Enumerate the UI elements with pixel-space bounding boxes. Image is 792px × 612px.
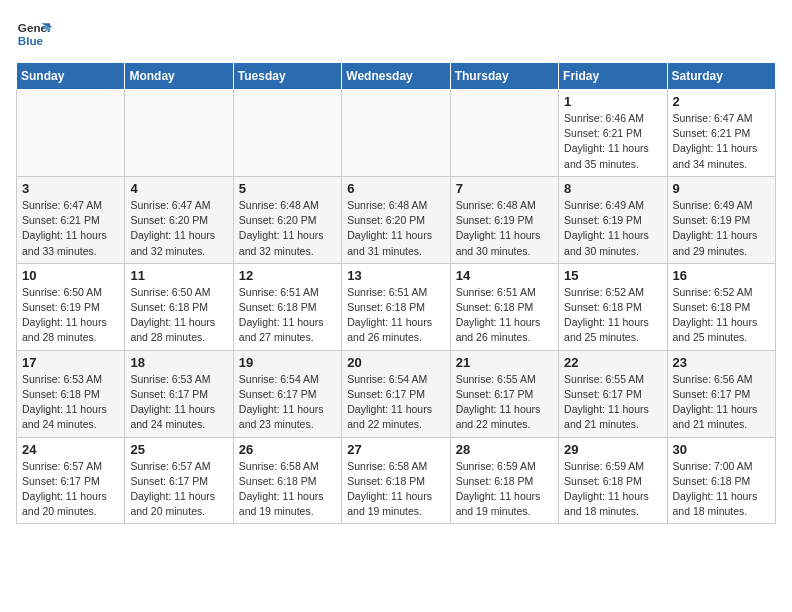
day-info: Sunrise: 6:49 AM Sunset: 6:19 PM Dayligh…	[564, 198, 661, 259]
day-info: Sunrise: 6:54 AM Sunset: 6:17 PM Dayligh…	[347, 372, 444, 433]
calendar-cell: 3Sunrise: 6:47 AM Sunset: 6:21 PM Daylig…	[17, 176, 125, 263]
day-info: Sunrise: 6:55 AM Sunset: 6:17 PM Dayligh…	[456, 372, 553, 433]
day-info: Sunrise: 6:52 AM Sunset: 6:18 PM Dayligh…	[564, 285, 661, 346]
calendar-cell: 29Sunrise: 6:59 AM Sunset: 6:18 PM Dayli…	[559, 437, 667, 524]
calendar-cell: 11Sunrise: 6:50 AM Sunset: 6:18 PM Dayli…	[125, 263, 233, 350]
calendar-cell: 13Sunrise: 6:51 AM Sunset: 6:18 PM Dayli…	[342, 263, 450, 350]
day-number: 20	[347, 355, 444, 370]
calendar-week-row: 3Sunrise: 6:47 AM Sunset: 6:21 PM Daylig…	[17, 176, 776, 263]
day-info: Sunrise: 6:51 AM Sunset: 6:18 PM Dayligh…	[456, 285, 553, 346]
day-number: 18	[130, 355, 227, 370]
header: General Blue	[16, 16, 776, 52]
weekday-header-wednesday: Wednesday	[342, 63, 450, 90]
calendar-cell: 20Sunrise: 6:54 AM Sunset: 6:17 PM Dayli…	[342, 350, 450, 437]
day-number: 10	[22, 268, 119, 283]
calendar-cell: 22Sunrise: 6:55 AM Sunset: 6:17 PM Dayli…	[559, 350, 667, 437]
day-info: Sunrise: 6:58 AM Sunset: 6:18 PM Dayligh…	[347, 459, 444, 520]
day-info: Sunrise: 6:58 AM Sunset: 6:18 PM Dayligh…	[239, 459, 336, 520]
calendar-week-row: 17Sunrise: 6:53 AM Sunset: 6:18 PM Dayli…	[17, 350, 776, 437]
day-info: Sunrise: 6:47 AM Sunset: 6:21 PM Dayligh…	[22, 198, 119, 259]
calendar-cell: 23Sunrise: 6:56 AM Sunset: 6:17 PM Dayli…	[667, 350, 775, 437]
day-number: 24	[22, 442, 119, 457]
calendar-cell: 5Sunrise: 6:48 AM Sunset: 6:20 PM Daylig…	[233, 176, 341, 263]
weekday-header-thursday: Thursday	[450, 63, 558, 90]
day-info: Sunrise: 6:53 AM Sunset: 6:18 PM Dayligh…	[22, 372, 119, 433]
calendar-cell: 28Sunrise: 6:59 AM Sunset: 6:18 PM Dayli…	[450, 437, 558, 524]
weekday-header-sunday: Sunday	[17, 63, 125, 90]
day-info: Sunrise: 6:59 AM Sunset: 6:18 PM Dayligh…	[456, 459, 553, 520]
day-info: Sunrise: 6:57 AM Sunset: 6:17 PM Dayligh…	[130, 459, 227, 520]
day-info: Sunrise: 6:50 AM Sunset: 6:19 PM Dayligh…	[22, 285, 119, 346]
calendar-header-row: SundayMondayTuesdayWednesdayThursdayFrid…	[17, 63, 776, 90]
day-number: 8	[564, 181, 661, 196]
calendar-cell: 18Sunrise: 6:53 AM Sunset: 6:17 PM Dayli…	[125, 350, 233, 437]
day-number: 3	[22, 181, 119, 196]
calendar-cell	[342, 90, 450, 177]
calendar-cell: 15Sunrise: 6:52 AM Sunset: 6:18 PM Dayli…	[559, 263, 667, 350]
day-number: 14	[456, 268, 553, 283]
calendar-cell: 7Sunrise: 6:48 AM Sunset: 6:19 PM Daylig…	[450, 176, 558, 263]
calendar-cell	[450, 90, 558, 177]
calendar-cell: 10Sunrise: 6:50 AM Sunset: 6:19 PM Dayli…	[17, 263, 125, 350]
day-number: 9	[673, 181, 770, 196]
day-info: Sunrise: 6:52 AM Sunset: 6:18 PM Dayligh…	[673, 285, 770, 346]
day-info: Sunrise: 6:47 AM Sunset: 6:20 PM Dayligh…	[130, 198, 227, 259]
day-number: 2	[673, 94, 770, 109]
calendar-cell: 8Sunrise: 6:49 AM Sunset: 6:19 PM Daylig…	[559, 176, 667, 263]
weekday-header-saturday: Saturday	[667, 63, 775, 90]
day-info: Sunrise: 6:50 AM Sunset: 6:18 PM Dayligh…	[130, 285, 227, 346]
day-number: 5	[239, 181, 336, 196]
day-number: 4	[130, 181, 227, 196]
day-info: Sunrise: 7:00 AM Sunset: 6:18 PM Dayligh…	[673, 459, 770, 520]
calendar-cell: 16Sunrise: 6:52 AM Sunset: 6:18 PM Dayli…	[667, 263, 775, 350]
day-number: 23	[673, 355, 770, 370]
weekday-header-tuesday: Tuesday	[233, 63, 341, 90]
day-number: 19	[239, 355, 336, 370]
calendar-cell	[125, 90, 233, 177]
calendar-week-row: 24Sunrise: 6:57 AM Sunset: 6:17 PM Dayli…	[17, 437, 776, 524]
day-number: 21	[456, 355, 553, 370]
day-number: 6	[347, 181, 444, 196]
day-number: 17	[22, 355, 119, 370]
weekday-header-monday: Monday	[125, 63, 233, 90]
day-number: 28	[456, 442, 553, 457]
calendar-week-row: 1Sunrise: 6:46 AM Sunset: 6:21 PM Daylig…	[17, 90, 776, 177]
day-number: 1	[564, 94, 661, 109]
calendar-body: 1Sunrise: 6:46 AM Sunset: 6:21 PM Daylig…	[17, 90, 776, 524]
calendar-cell: 19Sunrise: 6:54 AM Sunset: 6:17 PM Dayli…	[233, 350, 341, 437]
day-number: 12	[239, 268, 336, 283]
calendar-cell: 24Sunrise: 6:57 AM Sunset: 6:17 PM Dayli…	[17, 437, 125, 524]
day-number: 11	[130, 268, 227, 283]
day-info: Sunrise: 6:48 AM Sunset: 6:20 PM Dayligh…	[239, 198, 336, 259]
calendar-cell: 14Sunrise: 6:51 AM Sunset: 6:18 PM Dayli…	[450, 263, 558, 350]
day-number: 26	[239, 442, 336, 457]
day-number: 25	[130, 442, 227, 457]
day-info: Sunrise: 6:56 AM Sunset: 6:17 PM Dayligh…	[673, 372, 770, 433]
logo: General Blue	[16, 16, 58, 52]
calendar-cell	[17, 90, 125, 177]
svg-text:Blue: Blue	[18, 34, 44, 47]
day-info: Sunrise: 6:55 AM Sunset: 6:17 PM Dayligh…	[564, 372, 661, 433]
calendar-cell: 6Sunrise: 6:48 AM Sunset: 6:20 PM Daylig…	[342, 176, 450, 263]
day-info: Sunrise: 6:53 AM Sunset: 6:17 PM Dayligh…	[130, 372, 227, 433]
day-info: Sunrise: 6:47 AM Sunset: 6:21 PM Dayligh…	[673, 111, 770, 172]
calendar-cell: 27Sunrise: 6:58 AM Sunset: 6:18 PM Dayli…	[342, 437, 450, 524]
calendar-cell: 9Sunrise: 6:49 AM Sunset: 6:19 PM Daylig…	[667, 176, 775, 263]
calendar-cell: 12Sunrise: 6:51 AM Sunset: 6:18 PM Dayli…	[233, 263, 341, 350]
calendar-cell: 17Sunrise: 6:53 AM Sunset: 6:18 PM Dayli…	[17, 350, 125, 437]
calendar-cell: 30Sunrise: 7:00 AM Sunset: 6:18 PM Dayli…	[667, 437, 775, 524]
day-info: Sunrise: 6:48 AM Sunset: 6:19 PM Dayligh…	[456, 198, 553, 259]
day-info: Sunrise: 6:57 AM Sunset: 6:17 PM Dayligh…	[22, 459, 119, 520]
day-number: 16	[673, 268, 770, 283]
calendar-cell: 25Sunrise: 6:57 AM Sunset: 6:17 PM Dayli…	[125, 437, 233, 524]
weekday-header-friday: Friday	[559, 63, 667, 90]
day-number: 7	[456, 181, 553, 196]
day-info: Sunrise: 6:51 AM Sunset: 6:18 PM Dayligh…	[239, 285, 336, 346]
day-number: 30	[673, 442, 770, 457]
calendar-cell: 4Sunrise: 6:47 AM Sunset: 6:20 PM Daylig…	[125, 176, 233, 263]
day-number: 27	[347, 442, 444, 457]
day-number: 29	[564, 442, 661, 457]
day-number: 13	[347, 268, 444, 283]
day-info: Sunrise: 6:49 AM Sunset: 6:19 PM Dayligh…	[673, 198, 770, 259]
calendar-cell: 2Sunrise: 6:47 AM Sunset: 6:21 PM Daylig…	[667, 90, 775, 177]
